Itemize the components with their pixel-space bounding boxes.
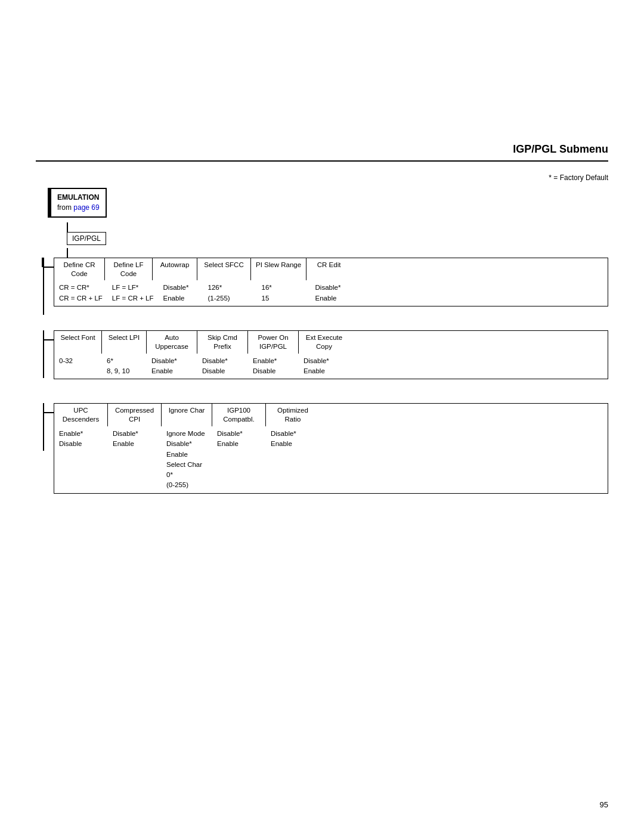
row2-node-4: Power OnIGP/PGL xyxy=(248,331,299,354)
row1-wrap: Define CRCode Define LFCode Autowrap Sel… xyxy=(43,258,608,318)
row3-values: Enable*Disable Disable*Enable Ignore Mod… xyxy=(54,429,608,493)
row1-values: CR = CR*CR = CR + LF LF = LF*LF = CR + L… xyxy=(54,283,608,306)
emulation-page-link[interactable]: page 69 xyxy=(73,203,99,212)
page: IGP/PGL Submenu * = Factory Default EMUL… xyxy=(0,0,644,833)
row3-v-main xyxy=(43,403,44,451)
v-connector-2 xyxy=(67,248,68,258)
row1-node-4: PI Slew Range xyxy=(251,258,306,281)
row2-val-5: Disable*Enable xyxy=(299,356,349,377)
emulation-label: EMULATION xyxy=(57,193,100,203)
page-number: 95 xyxy=(600,800,608,809)
row1-section: Define CRCode Define LFCode Autowrap Sel… xyxy=(54,258,608,306)
row3-node-3: IGP100Compatbl. xyxy=(212,404,266,426)
row1-val-2: Disable*Enable xyxy=(159,283,203,304)
row2-node-2: AutoUppercase xyxy=(147,331,197,354)
row1-h-seg xyxy=(44,267,54,268)
row1-v-main xyxy=(43,267,44,315)
row3-h-seg xyxy=(44,412,54,413)
row1-node-1: Define LFCode xyxy=(105,258,153,281)
rows-content: Define CRCode Define LFCode Autowrap Sel… xyxy=(43,258,608,518)
row3-val-3: Disable*Enable xyxy=(212,429,266,491)
emulation-from-text: from xyxy=(57,203,73,212)
row2-section: Select Font Select LPI AutoUppercase Ski… xyxy=(54,330,608,379)
row2-node-0: Select Font xyxy=(54,331,102,354)
row1-val-4: 16*15 xyxy=(257,283,311,304)
row2-values: 0-32 6*8, 9, 10 Disable*Enable Disable*D… xyxy=(54,356,608,379)
row3-nodes: UPCDescenders CompressedCPI Ignore Char … xyxy=(54,404,608,426)
rows-container: Define CRCode Define LFCode Autowrap Sel… xyxy=(42,258,608,518)
row2-node-5: Ext ExecuteCopy xyxy=(299,331,349,354)
row3-val-2: Ignore ModeDisable*EnableSelect Char0*(0… xyxy=(162,429,212,491)
page-title: IGP/PGL Submenu xyxy=(36,24,608,156)
row2-val-2: Disable*Enable xyxy=(147,356,197,377)
row3-wrap: UPCDescenders CompressedCPI Ignore Char … xyxy=(43,403,608,505)
row3-val-4: Disable*Enable xyxy=(266,429,320,491)
row3-val-1: Disable*Enable xyxy=(108,429,162,491)
v-connector-1 xyxy=(67,222,68,232)
diagram-container: EMULATION from page 69 IGP/PGL xyxy=(36,188,608,518)
row2-val-3: Disable*Disable xyxy=(197,356,248,377)
row1-node-2: Autowrap xyxy=(153,258,197,281)
igppgl-node: IGP/PGL xyxy=(67,232,106,245)
row3-left-connector xyxy=(43,403,44,451)
row1-node-3: Select SFCC xyxy=(197,258,251,281)
emulation-box: EMULATION from page 69 xyxy=(48,188,107,218)
emulation-from: from page 69 xyxy=(57,203,100,213)
row2-v-main xyxy=(43,330,44,378)
row1-val-3: 126*(1-255) xyxy=(203,283,257,304)
row1-node-0: Define CRCode xyxy=(54,258,105,281)
title-rule xyxy=(36,160,608,162)
igppgl-node-wrap: IGP/PGL xyxy=(49,232,608,248)
row2-h-seg xyxy=(44,339,54,340)
factory-default-note: * = Factory Default xyxy=(36,174,608,182)
row2-node-1: Select LPI xyxy=(102,331,147,354)
row3-val-0: Enable*Disable xyxy=(54,429,108,491)
row1-val-5: Disable*Enable xyxy=(311,283,355,304)
row2-val-4: Enable*Disable xyxy=(248,356,299,377)
row2-node-3: Skip CmdPrefix xyxy=(197,331,248,354)
row1-node-5: CR Edit xyxy=(306,258,351,281)
row3-node-4: OptimizedRatio xyxy=(266,404,320,426)
emulation-section: EMULATION from page 69 xyxy=(42,188,608,222)
row3-node-2: Ignore Char xyxy=(162,404,212,426)
row1-val-0: CR = CR*CR = CR + LF xyxy=(54,283,107,304)
row2-nodes: Select Font Select LPI AutoUppercase Ski… xyxy=(54,331,608,354)
row1-val-1: LF = LF*LF = CR + LF xyxy=(107,283,159,304)
row2-val-1: 6*8, 9, 10 xyxy=(102,356,147,377)
row3-node-0: UPCDescenders xyxy=(54,404,108,426)
row2-wrap: Select Font Select LPI AutoUppercase Ski… xyxy=(43,330,608,391)
row2-val-0: 0-32 xyxy=(54,356,102,377)
row2-left-connector xyxy=(43,330,44,378)
row3-node-1: CompressedCPI xyxy=(108,404,162,426)
row3-section: UPCDescenders CompressedCPI Ignore Char … xyxy=(54,403,608,493)
row1-v-top xyxy=(43,258,44,267)
row1-nodes: Define CRCode Define LFCode Autowrap Sel… xyxy=(54,258,608,281)
